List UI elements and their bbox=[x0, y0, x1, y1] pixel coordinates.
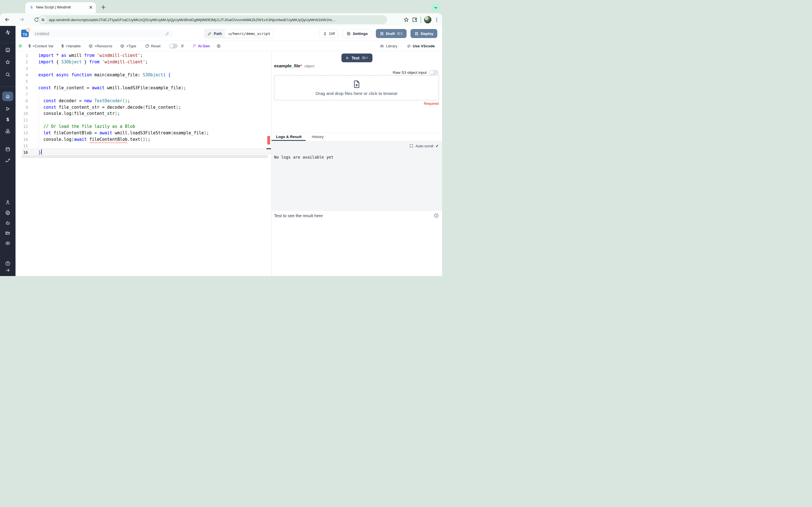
resource-label: +Resource bbox=[94, 44, 112, 48]
add-type-button[interactable]: +Type bbox=[120, 44, 136, 48]
chrome-profile-chevron-button[interactable] bbox=[432, 4, 440, 11]
wand-icon bbox=[192, 44, 196, 48]
draft-shortcut: ⌘S bbox=[397, 32, 403, 36]
code-line: 10 console.log(file_content_str); bbox=[15, 110, 271, 117]
save-icon bbox=[414, 32, 419, 36]
code-line: 7 bbox=[15, 91, 271, 98]
sidebar-item-user[interactable] bbox=[0, 198, 15, 207]
ai-gen-button[interactable]: AI Gen bbox=[192, 44, 210, 48]
deploy-button[interactable]: Deploy bbox=[410, 29, 437, 38]
diff-button[interactable]: Diff bbox=[319, 29, 339, 38]
edit-pencil-icon bbox=[165, 32, 169, 36]
sidebar-item-runs[interactable] bbox=[0, 105, 15, 113]
text-cursor bbox=[41, 149, 42, 155]
sidebar-item-workers[interactable] bbox=[0, 219, 15, 227]
info-icon[interactable] bbox=[434, 213, 439, 218]
use-vscode-button[interactable]: Use VScode bbox=[407, 44, 435, 48]
tab-history[interactable]: History bbox=[312, 135, 324, 141]
test-button[interactable]: Test ⌘↵ bbox=[342, 54, 372, 62]
deploy-label: Deploy bbox=[421, 32, 434, 36]
sidebar-item-settings[interactable] bbox=[0, 209, 15, 217]
reset-button[interactable]: Reset bbox=[145, 44, 160, 48]
code-line: 12 // Or load the file lazily as a Blob bbox=[15, 123, 271, 130]
check-icon: ✓ bbox=[436, 144, 439, 148]
sidebar-item-resources[interactable] bbox=[0, 127, 15, 135]
code-line: 5 bbox=[15, 78, 271, 85]
draft-label: Draft bbox=[386, 32, 395, 36]
code-line: 14 console.log(await fileContentBlob.tex… bbox=[15, 136, 271, 143]
code-line: 9 const file_content_str = decoder.decod… bbox=[15, 104, 271, 110]
editor-toolbar: $ +Context Var $ +Variable +Resource +Ty… bbox=[15, 41, 442, 51]
library-icon bbox=[380, 44, 384, 48]
ai-gen-label: AI Gen bbox=[198, 44, 210, 48]
bookmark-star-icon[interactable] bbox=[403, 17, 409, 22]
sidebar-collapse-arrow[interactable] bbox=[0, 266, 15, 274]
dollar-icon: $ bbox=[61, 44, 64, 48]
sidebar-item-variables[interactable]: $ bbox=[0, 115, 15, 124]
add-resource-button[interactable]: +Resource bbox=[89, 44, 112, 48]
overview-error-marker bbox=[267, 136, 270, 145]
code-line: 6const file_content = await wmill.loadS3… bbox=[15, 84, 271, 91]
url-bar[interactable]: app.windmill.dev/scripts/add#JTdCJTIyaGF… bbox=[38, 15, 387, 24]
result-placeholder-row: Test to see the result here bbox=[274, 213, 439, 218]
code-line: 8 const decoder = new TextDecoder(); bbox=[15, 98, 271, 104]
type-label: +Type bbox=[126, 44, 136, 48]
windmill-favicon bbox=[29, 5, 34, 10]
sidebar-item-audit-logs[interactable] bbox=[0, 239, 15, 247]
sidebar-item-folders[interactable] bbox=[0, 229, 15, 237]
context-var-label: +Context Var bbox=[33, 44, 54, 48]
close-tab-icon[interactable] bbox=[89, 5, 93, 10]
new-tab-plus-icon[interactable] bbox=[99, 3, 107, 11]
windmill-logo[interactable] bbox=[0, 28, 15, 37]
user-presence-avatar bbox=[26, 28, 30, 32]
sidebar-item-workspace[interactable] bbox=[0, 46, 15, 54]
draft-button[interactable]: Draft ⌘S bbox=[376, 29, 407, 38]
sidebar-item-schedules[interactable] bbox=[0, 145, 15, 153]
extensions-puzzle-icon[interactable] bbox=[412, 17, 417, 22]
back-icon[interactable] bbox=[2, 14, 12, 25]
tab-logs-result[interactable]: Logs & Result bbox=[276, 135, 302, 141]
editor-settings-gear[interactable] bbox=[216, 44, 221, 48]
script-title-input[interactable]: Untitled bbox=[32, 30, 172, 38]
script-path-button[interactable]: Path u/henri/demo_script bbox=[204, 29, 274, 38]
vscode-cat-icon bbox=[407, 44, 411, 48]
code-line: 16} bbox=[15, 149, 271, 156]
add-context-var-button[interactable]: $ +Context Var bbox=[29, 44, 54, 48]
browser-tab[interactable]: New Script | Windmill bbox=[26, 2, 96, 13]
test-shortcut: ⌘↵ bbox=[362, 56, 368, 60]
plus-minus-icon bbox=[323, 32, 327, 36]
menu-dots-icon[interactable] bbox=[434, 17, 439, 22]
file-upload-icon bbox=[352, 80, 361, 89]
library-button[interactable]: Library bbox=[380, 44, 397, 48]
sidebar-item-home[interactable] bbox=[0, 92, 15, 101]
sidebar-item-favorites[interactable] bbox=[0, 58, 15, 66]
auto-scroll-control[interactable]: Auto scroll ✓ bbox=[409, 144, 439, 148]
divider bbox=[0, 87, 15, 87]
profile-avatar[interactable] bbox=[424, 16, 432, 23]
diff-label: Diff bbox=[329, 32, 335, 36]
browser-tabstrip: New Script | Windmill bbox=[0, 0, 442, 13]
forward-icon[interactable] bbox=[16, 14, 27, 25]
divider bbox=[0, 43, 15, 43]
code-editor[interactable]: 1import * as wmill from 'windmill-client… bbox=[15, 51, 271, 158]
path-label-segment: Path bbox=[204, 29, 225, 38]
dollar-icon: $ bbox=[6, 117, 9, 122]
code-line: 13 let fileContentBlob = await wmill.loa… bbox=[15, 130, 271, 136]
multiplayer-toggle[interactable] bbox=[169, 44, 177, 48]
settings-button[interactable]: Settings bbox=[343, 29, 371, 38]
add-variable-button[interactable]: $ +Variable bbox=[61, 44, 81, 48]
app-sidebar: $ bbox=[0, 26, 15, 276]
sidebar-item-flows[interactable] bbox=[0, 156, 15, 165]
package-icon bbox=[120, 44, 124, 48]
no-logs-text: No logs are available yet bbox=[274, 155, 334, 159]
variable-label: +Variable bbox=[65, 44, 81, 48]
chrome-right-controls bbox=[403, 13, 442, 26]
divider bbox=[420, 16, 421, 23]
gear-icon bbox=[216, 44, 221, 48]
file-dropzone[interactable]: Drag and drop files here or click to bro… bbox=[274, 75, 439, 100]
code-line: 2import { S3Object } from 'windmill-clie… bbox=[15, 59, 271, 65]
raw-s3-toggle[interactable] bbox=[429, 70, 439, 75]
site-settings-icon[interactable] bbox=[39, 16, 47, 23]
sidebar-item-search[interactable] bbox=[0, 70, 15, 78]
code-line: 15 bbox=[15, 143, 271, 149]
